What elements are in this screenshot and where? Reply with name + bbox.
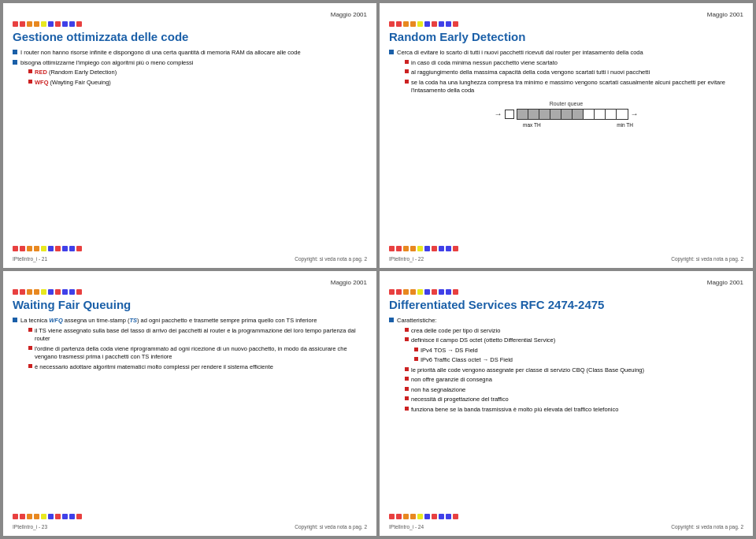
queue-labels: max TH min TH: [499, 121, 633, 128]
queue-box: [517, 109, 628, 120]
bullet-item: non ha segnalazione: [397, 386, 743, 395]
dot: [62, 514, 68, 519]
dot-2: [20, 21, 25, 27]
dot: [417, 246, 423, 251]
router-diagram: Router queue → → m: [389, 100, 743, 129]
dot: [55, 289, 61, 295]
dot-8: [62, 21, 68, 27]
bullet-icon-red: [405, 387, 409, 391]
queue-cell: [550, 110, 561, 119]
slide-4-header: Maggio 2001: [389, 279, 743, 286]
dot: [62, 289, 68, 295]
dot: [453, 514, 458, 519]
dot: [403, 514, 409, 519]
bullet-icon: [13, 60, 17, 65]
bullet-icon-red: [405, 407, 409, 411]
dot-6: [48, 21, 54, 27]
slide-4-dots: [389, 289, 743, 295]
slide-4-bottom-dots: [389, 514, 743, 519]
queue-cell: [561, 110, 573, 119]
slide-2-bottom-dots: [389, 246, 743, 251]
bullet-item: non offre garanzie di consegna: [397, 376, 743, 385]
slide-1-header: Maggio 2001: [13, 11, 367, 18]
bullet-icon-red: [405, 377, 409, 381]
dot-7: [55, 21, 61, 27]
dot: [417, 289, 423, 295]
bullet-icon-red: [28, 346, 32, 350]
dot: [13, 514, 18, 519]
bullet-icon-red: [28, 80, 32, 84]
bullet-icon: [13, 318, 17, 322]
dot: [410, 514, 416, 519]
bullet-icon-red: [405, 396, 409, 400]
bullet-item: IPv6 Traffic Class octet → DS Field: [406, 356, 743, 365]
bullet-icon: [13, 50, 17, 54]
slide-1-date: Maggio 2001: [331, 11, 367, 18]
dot: [27, 246, 32, 251]
slide-1-title: Gestione ottimizzata delle code: [13, 30, 367, 44]
dot: [403, 21, 409, 27]
bullet-text: l'ordine di partenza della coda viene ri…: [35, 345, 367, 362]
bullet-item: RED (Random Early Detection): [20, 69, 367, 77]
slide-1-footer: IPtelIntro_i - 21 Copyright: si veda not…: [13, 256, 367, 262]
dot: [69, 246, 75, 251]
bullet-item: l'ordine di partenza della coda viene ri…: [20, 345, 367, 362]
slide-2-footer: IPtelIntro_i - 22 Copyright: si veda not…: [389, 256, 743, 262]
queue-cell: [617, 110, 628, 119]
bullet-text: crea delle code per tipo di servizio: [411, 327, 500, 336]
dot: [396, 246, 402, 251]
slide-2-body: Cerca di evitare lo scarto di tutti i nu…: [389, 49, 743, 246]
dot: [34, 289, 39, 295]
bullet-text: le priorità alle code vengono assegnate …: [411, 366, 644, 375]
bullet-text: definisce il campo DS octet (ottetto Dif…: [411, 336, 555, 345]
dot: [76, 514, 82, 519]
slide-3: Maggio 2001 Waiting Fair Queuing La tecn…: [3, 271, 376, 536]
bullet-icon-red: [405, 60, 409, 64]
bullet-icon-red: [405, 337, 409, 341]
bullet-item: La tecnica WFQ assegna un time-stamp (TS…: [13, 317, 367, 325]
bullet-icon-red: [28, 328, 32, 332]
dot: [76, 289, 82, 295]
bullet-text: Caratteristiche:: [397, 317, 436, 325]
queue-cell: [606, 110, 617, 119]
bullet-item: il TS viene assegnato sulla base del tas…: [20, 327, 367, 344]
router-queue-label: Router queue: [550, 100, 583, 108]
dot: [13, 289, 18, 295]
slide-2: Maggio 2001 Random Early Detection Cerca…: [380, 3, 753, 268]
dot: [439, 246, 444, 251]
dot: [48, 246, 54, 251]
dot: [410, 289, 416, 295]
dot: [55, 246, 61, 251]
bullet-text: IPv6 Traffic Class octet → DS Field: [421, 356, 513, 365]
dot: [27, 514, 32, 519]
bullet-text: necessità di progettazione del traffico: [411, 396, 509, 404]
slide-1: Maggio 2001 Gestione ottimizzata delle c…: [3, 3, 376, 268]
slide-3-body: La tecnica WFQ assegna un time-stamp (TS…: [13, 317, 367, 514]
dot: [389, 246, 395, 251]
bullet-item: I router non hanno risorse infinite e di…: [13, 49, 367, 58]
slide-4-footer-left: IPtelIntro_i - 24: [389, 524, 424, 530]
dot: [20, 246, 25, 251]
bullet-item: definisce il campo DS octet (ottetto Dif…: [397, 336, 743, 345]
bullet-text: se la coda ha una lunghezza compresa tra…: [411, 79, 743, 95]
bullet-text: al raggiungimento della massima capacità…: [411, 69, 650, 77]
slide-3-footer-right: Copyright: si veda nota a pag. 2: [295, 524, 367, 530]
dot: [410, 21, 416, 27]
bullet-item: Caratteristiche:: [389, 317, 743, 325]
dot: [20, 289, 25, 295]
bullet-icon-red: [28, 69, 32, 73]
dot: [389, 514, 395, 519]
dot: [403, 246, 409, 251]
bullet-text: funziona bene se la banda trasmissiva è …: [411, 406, 618, 414]
slide-4-footer-right: Copyright: si veda nota a pag. 2: [671, 524, 743, 530]
slide-2-dots: [389, 21, 743, 27]
dot: [396, 21, 402, 27]
bullet-item: crea delle code per tipo di servizio: [397, 327, 743, 336]
bullet-text: non offre garanzie di consegna: [411, 376, 492, 385]
dot: [446, 246, 451, 251]
bullet-icon-red: [414, 357, 418, 361]
dot: [48, 289, 54, 295]
dot: [41, 289, 46, 295]
bullet-item: WFQ (Wayting Fair Queuing): [20, 79, 367, 87]
slide-4-title: Differentiated Services RFC 2474-2475: [389, 298, 743, 312]
